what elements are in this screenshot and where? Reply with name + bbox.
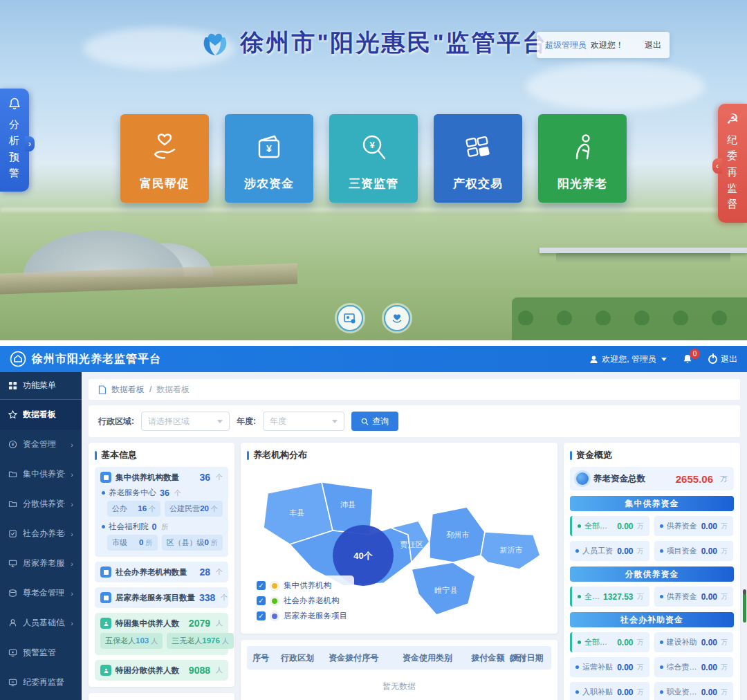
analysis-warning-banner[interactable]: 分析预警 ›: [0, 89, 29, 192]
tile-yangguang-yanglao[interactable]: 阳光养老: [538, 114, 627, 203]
money-icon: ¥: [8, 440, 17, 449]
tile-shenong-zijin[interactable]: ¥ 涉农资金: [225, 114, 313, 203]
analysis-warning-label: 分析预警: [9, 116, 20, 181]
logout-button[interactable]: 退出: [708, 353, 737, 365]
svg-text:¥: ¥: [369, 140, 375, 150]
xuzhou-map[interactable]: 40个 丰县 沛县 贾汪区 邳州市 新沂市 睢宁县 ✓: [247, 467, 551, 627]
hero-section: 徐州市"阳光惠民"监管平台 超级管理员 欢迎您！ 退出 分析预警 › ☭ 纪委再…: [0, 0, 747, 340]
centralized-institutions-card: 集中供养机构数量 36 个 养老服务中心 36 个 公: [95, 467, 228, 557]
basic-info-title: 基本信息: [101, 449, 137, 461]
chevron-right-icon: ›: [71, 619, 73, 627]
funds-title-row: 资金概览: [570, 449, 734, 461]
card-value: 9088: [189, 665, 210, 676]
dashboard-columns: 基本信息 集中供养机构数量 36 个 养老服务中心: [89, 443, 740, 700]
chip-sanwu-elderly: 三无老人1976 人: [167, 633, 234, 649]
party-emblem-icon: ☭: [726, 112, 739, 126]
sidebar-item-data-dashboard[interactable]: 数据看板: [0, 400, 82, 430]
col-header-serial: 资金拨付序号: [323, 652, 397, 664]
decentralized-support-people-card: 特困分散供养人数 9088 人: [95, 660, 228, 681]
notification-badge: 0: [690, 349, 700, 359]
year-select[interactable]: 年度: [263, 412, 344, 431]
tile-fumin-bangcu[interactable]: 富民帮促: [120, 114, 209, 203]
sidebar-item-elder-allowance[interactable]: 尊老金管理 ›: [0, 578, 82, 608]
funds-total-unit: 万: [720, 474, 728, 484]
sidebar-item-centralized-funds[interactable]: 集中供养资金 ›: [0, 459, 82, 489]
centralized-support-people-card: 特困集中供养人数 2079 人 五保老人103 人 三无老人1976 人: [95, 613, 228, 655]
user-menu[interactable]: 欢迎您, 管理员: [589, 353, 667, 365]
col-header-region: 行政区划: [275, 652, 323, 664]
header-right-cluster: 欢迎您, 管理员 0 退出: [589, 353, 737, 365]
card-title: 集中供养机构数量: [116, 472, 195, 483]
marker-green-icon: [270, 597, 279, 605]
row-value: 0: [152, 522, 157, 532]
hero-logout-button[interactable]: 退出: [645, 39, 661, 51]
sidebar-item-discipline-supervision[interactable]: 纪委再监督: [0, 667, 82, 697]
tile-chanquan-jiaoyi[interactable]: 产权交易: [434, 114, 522, 203]
sidebar-item-file-library[interactable]: 文件库: [0, 697, 82, 700]
elder-person-icon: [564, 129, 600, 165]
breadcrumb-root[interactable]: 数据看板: [111, 384, 145, 396]
person-icon: [8, 618, 17, 627]
sidebar-item-personnel-info[interactable]: 人员基础信息 ›: [0, 608, 82, 638]
checkbox-checked-icon[interactable]: ✓: [257, 581, 266, 590]
id-card-circle-button[interactable]: [337, 305, 363, 331]
checkbox-checked-icon[interactable]: ✓: [257, 611, 266, 620]
fund-cell: 全部资金0.00万: [570, 516, 649, 536]
page-scrollbar-handle[interactable]: [743, 593, 746, 623]
checkbox-checked-icon[interactable]: ✓: [257, 596, 266, 605]
sidebar-item-label: 纪委再监督: [23, 676, 73, 688]
chip-row: 公办16 个 公建民营20 个: [107, 501, 223, 517]
search-button[interactable]: 查询: [351, 412, 398, 431]
card-unit: 个: [216, 567, 223, 577]
sidebar-item-social-institutions[interactable]: 社会办养老机构 ›: [0, 519, 82, 549]
chevron-down-icon: [217, 420, 223, 423]
region-select[interactable]: 请选择区域: [141, 412, 230, 431]
map-title: 养老机构分布: [253, 449, 307, 461]
platform-logo-icon: [199, 26, 232, 59]
folder-icon: [8, 470, 17, 479]
sidebar-item-label: 社会办养老机构: [23, 528, 65, 540]
cloud-decoration: [526, 62, 706, 111]
fund-cell: 入职补贴0.00万: [570, 682, 649, 700]
grid-menu-icon: [8, 381, 17, 390]
legend-social-institutions[interactable]: ✓ 社会办养老机构: [257, 596, 347, 606]
fund-allocation-table-panel: 序号 行政区划 资金拨付序号 资金使用类别 拨付金额（元） 拨付日期 暂无数据 …: [241, 640, 557, 700]
legend-home-care-projects[interactable]: ✓ 居家养老服务项目: [257, 611, 347, 621]
chip-public: 公办16 个: [107, 501, 160, 517]
fund-cell: 全部资金1327.53万: [570, 587, 649, 607]
sidebar-item-home-care-projects[interactable]: 居家养老服务项目 ›: [0, 549, 82, 578]
sidebar-item-fund-management[interactable]: ¥ 资金管理 ›: [0, 430, 82, 459]
row-unit: 所: [161, 522, 168, 532]
sidebar-item-decentralized-funds[interactable]: 分散供养资金 ›: [0, 489, 82, 519]
marker-yellow-icon: [270, 582, 279, 590]
section-social-subsidy-funds: 社会办补助资金: [570, 612, 734, 627]
legend-centralized-institutions[interactable]: ✓ 集中供养机构: [257, 580, 347, 591]
breadcrumb-current: 数据看板: [156, 384, 190, 396]
person-badge-icon: [100, 665, 111, 676]
region-select-value: 请选择区域: [148, 416, 190, 427]
heart-hands-circle-button[interactable]: [384, 305, 410, 331]
tile-label: 富民帮促: [140, 176, 190, 192]
hero-user-role: 超级管理员: [545, 39, 587, 51]
document-icon: [98, 385, 107, 394]
funds-total-card: 养老资金总数 2655.06 万: [570, 467, 734, 490]
fund-cell: 供养资金0.00万: [654, 516, 734, 536]
right-column: 资金概览 养老资金总数 2655.06 万 集中供养资金 全部资金0.00万 供…: [564, 443, 740, 700]
sidebar-item-warning-supervision[interactable]: 预警监管: [0, 638, 82, 667]
sidebar-menu-header: 功能菜单: [0, 372, 82, 400]
search-yuan-icon: ¥: [356, 129, 391, 165]
discipline-supervision-banner[interactable]: ☭ 纪委再监督 ‹: [718, 104, 747, 223]
chevron-right-icon: ›: [71, 589, 73, 598]
coin-globe-icon: [576, 472, 589, 485]
title-accent-bar: [570, 451, 572, 460]
chevron-right-icon: ›: [71, 470, 73, 479]
fund-cell: 综合责任险0.00万: [654, 657, 734, 677]
notifications-button[interactable]: 0: [682, 353, 693, 365]
museum-building-decoration: [21, 194, 228, 277]
building-icon: [100, 472, 111, 483]
card-value: 28: [199, 567, 210, 578]
tile-sanzi-jianguan[interactable]: ¥ 三资监管: [329, 114, 418, 203]
expand-arrow-icon[interactable]: ›: [25, 136, 35, 151]
collapse-arrow-icon[interactable]: ‹: [712, 158, 722, 174]
funds-total-value: 2655.06: [676, 473, 713, 485]
